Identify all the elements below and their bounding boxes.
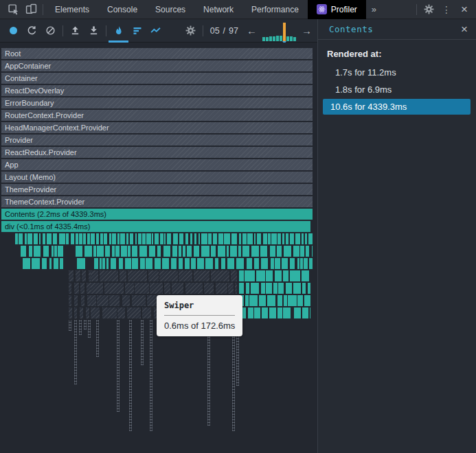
flame-bar[interactable]: [290, 233, 294, 244]
tab-network[interactable]: Network: [194, 0, 242, 19]
flame-bar[interactable]: [128, 246, 131, 257]
flame-bar[interactable]: [159, 270, 178, 281]
flame-bar[interactable]: [152, 233, 153, 244]
flame-bar[interactable]: [58, 246, 63, 257]
commit-bar-selected[interactable]: [283, 23, 286, 41]
flame-bar[interactable]: [302, 233, 304, 244]
flame-bar[interactable]: [86, 307, 89, 318]
flame-bar[interactable]: [25, 233, 27, 244]
flame-deep-column[interactable]: [84, 320, 87, 329]
flame-bar[interactable]: [246, 283, 249, 294]
flame-bar[interactable]: [218, 233, 223, 244]
flame-bar[interactable]: [74, 295, 78, 306]
flame-bar[interactable]: [60, 258, 63, 269]
flame-bar[interactable]: [308, 233, 313, 244]
flame-bar[interactable]: [199, 233, 200, 244]
flame-bar[interactable]: [251, 246, 259, 257]
flame-bar[interactable]: [194, 233, 196, 244]
flame-bar[interactable]: [109, 295, 120, 306]
flame-bar[interactable]: [185, 283, 203, 294]
flame-bar[interactable]: [42, 258, 47, 269]
flame-bar[interactable]: [194, 246, 199, 257]
flame-bar[interactable]: [254, 233, 256, 244]
flame-bar[interactable]: [293, 283, 301, 294]
flame-bar[interactable]: [84, 246, 92, 257]
flame-bar[interactable]: [81, 295, 84, 306]
prev-commit-arrow[interactable]: ←: [242, 25, 261, 36]
flame-bar[interactable]: [231, 233, 237, 244]
flame-deep-column[interactable]: [69, 320, 71, 331]
flame-bar[interactable]: [187, 246, 192, 257]
flame-bar[interactable]: [260, 246, 267, 257]
flame-bar[interactable]: [52, 246, 54, 257]
flame-bar[interactable]: [102, 307, 117, 318]
flame-bar[interactable]: [235, 283, 237, 294]
flame-deep-column[interactable]: [74, 320, 77, 384]
flame-bar[interactable]: [150, 283, 163, 294]
commit-entry[interactable]: 1.7s for 11.2ms: [318, 65, 476, 81]
flame-row[interactable]: App: [1, 159, 313, 170]
flame-bar[interactable]: [270, 246, 275, 257]
flame-bar[interactable]: [91, 233, 95, 244]
flame-bar[interactable]: [157, 246, 161, 257]
tab-performance[interactable]: Performance: [242, 0, 308, 19]
flame-bar[interactable]: [54, 258, 58, 269]
flame-deep-column[interactable]: [117, 320, 120, 412]
flame-bar[interactable]: [43, 233, 45, 244]
flame-bar[interactable]: [76, 246, 82, 257]
clear-profile-icon[interactable]: [41, 19, 60, 43]
flame-bar[interactable]: [155, 233, 159, 244]
flame-bar[interactable]: [249, 295, 258, 306]
flame-bar[interactable]: [23, 258, 30, 269]
flame-bar[interactable]: [286, 283, 292, 294]
flame-bar[interactable]: [236, 258, 244, 269]
flame-bar[interactable]: [160, 233, 163, 244]
flame-bar[interactable]: [231, 270, 237, 281]
flame-bar[interactable]: [162, 258, 169, 269]
flame-bar[interactable]: [96, 233, 99, 244]
flame-bar[interactable]: [312, 246, 313, 257]
flame-bar[interactable]: [268, 233, 271, 244]
timeline-view-icon[interactable]: [146, 19, 165, 43]
flame-bar[interactable]: [112, 233, 116, 244]
flame-deep-column[interactable]: [232, 320, 235, 431]
flame-bar[interactable]: [282, 258, 288, 269]
flame-bar[interactable]: [275, 258, 280, 269]
flame-bar[interactable]: [59, 233, 65, 244]
flame-bar[interactable]: [140, 258, 145, 269]
flame-bar[interactable]: [146, 258, 152, 269]
flame-bar[interactable]: [194, 270, 209, 281]
flame-bar[interactable]: [228, 283, 234, 294]
flame-bar[interactable]: [83, 233, 86, 244]
flame-bar[interactable]: [19, 233, 23, 244]
flame-bar[interactable]: [66, 233, 69, 244]
inspect-element-icon[interactable]: [4, 1, 22, 19]
flame-bar[interactable]: [80, 283, 84, 294]
flame-bar[interactable]: [218, 246, 225, 257]
flame-bar[interactable]: [132, 246, 137, 257]
flame-row[interactable]: Layout (Memo): [1, 172, 313, 183]
flame-bar[interactable]: [100, 258, 102, 269]
flame-bar[interactable]: [172, 246, 177, 257]
flame-bar[interactable]: [208, 233, 212, 244]
tab-elements[interactable]: Elements: [46, 0, 98, 19]
flame-bar[interactable]: [120, 270, 126, 281]
flame-bar[interactable]: [91, 270, 98, 281]
flame-bar[interactable]: [179, 233, 183, 244]
flame-bar[interactable]: [191, 258, 196, 269]
flame-bar[interactable]: [304, 258, 308, 269]
commit-bar[interactable]: [290, 36, 293, 41]
flame-bar[interactable]: [278, 283, 284, 294]
flame-bar[interactable]: [54, 246, 57, 257]
flame-bar[interactable]: [288, 295, 297, 306]
flame-bar[interactable]: [43, 246, 49, 257]
flame-bar[interactable]: [125, 258, 131, 269]
commit-bar[interactable]: [286, 36, 289, 41]
flame-deep-column[interactable]: [79, 320, 82, 335]
flame-bar[interactable]: [109, 233, 111, 244]
flame-bar[interactable]: [146, 233, 151, 244]
flame-row[interactable]: ThemeProvider: [1, 184, 313, 195]
flame-bar[interactable]: [115, 246, 120, 257]
flame-bar[interactable]: [142, 233, 146, 244]
flame-bar[interactable]: [77, 258, 85, 269]
